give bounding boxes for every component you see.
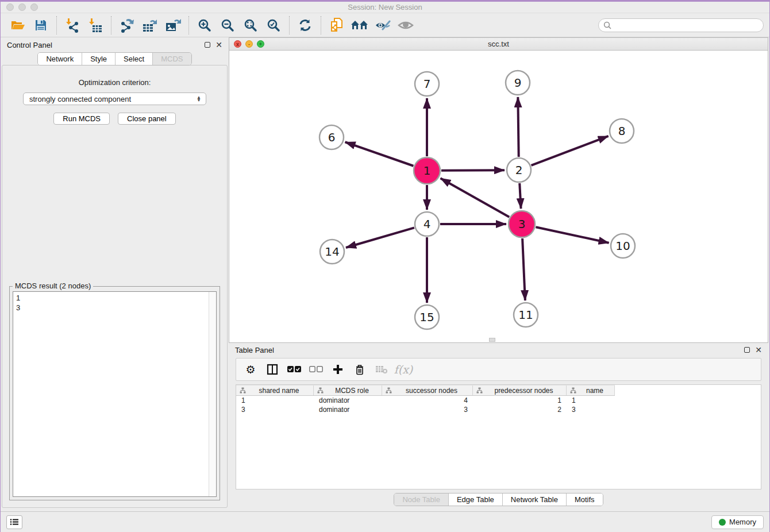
tab-network-table[interactable]: Network Table [503, 494, 567, 506]
window-title: Session: New Session [1, 3, 769, 11]
node-label: 2 [515, 163, 523, 177]
refresh-button[interactable] [294, 16, 317, 35]
network-minimize-button[interactable]: - [245, 40, 253, 48]
tab-network[interactable]: Network [38, 53, 82, 65]
select-all-icon [287, 366, 301, 373]
table-row[interactable]: 1dominator411 [236, 396, 615, 405]
show-hide-panel-button[interactable] [371, 16, 394, 35]
edge-3-1[interactable] [441, 178, 510, 217]
column-selector-icon [267, 364, 278, 375]
tab-select[interactable]: Select [116, 53, 153, 65]
float-panel-icon[interactable] [205, 42, 210, 48]
import-network-button[interactable] [61, 16, 84, 35]
deselect-all-button[interactable] [306, 360, 326, 379]
node-7[interactable]: 7 [415, 72, 439, 96]
edge-1-6[interactable] [345, 142, 414, 166]
network-zoom-button[interactable]: + [257, 40, 264, 48]
network-window-title: scc.txt [229, 40, 768, 48]
close-panel-button[interactable]: Close panel [118, 113, 176, 125]
import-network-icon [65, 18, 80, 33]
zoom-selected-button[interactable] [262, 16, 285, 35]
column-header-shared-name[interactable]: shared name [236, 385, 314, 395]
export-image-icon [165, 18, 181, 33]
memory-label: Memory [729, 518, 756, 526]
clone-network-button[interactable] [325, 16, 348, 35]
delete-column-button[interactable] [350, 360, 369, 379]
table-row[interactable]: 3dominator323 [236, 405, 615, 414]
networks-home-button[interactable] [348, 16, 371, 35]
edge-4-14[interactable] [346, 228, 414, 248]
node-4[interactable]: 4 [415, 212, 439, 236]
run-mcds-button[interactable]: Run MCDS [53, 113, 110, 125]
close-table-panel-icon[interactable]: ✕ [755, 347, 762, 353]
column-selector-button[interactable] [263, 360, 282, 379]
table-cell: 3 [236, 406, 314, 414]
export-image-button[interactable] [161, 16, 184, 35]
node-9[interactable]: 9 [506, 71, 530, 95]
network-canvas[interactable]: 7968124314101511 [229, 51, 768, 342]
column-header-successor-nodes[interactable]: successor nodes [382, 385, 473, 395]
tab-motifs[interactable]: Motifs [567, 494, 603, 506]
edge-2-8[interactable] [532, 136, 609, 165]
node-label: 10 [615, 239, 630, 253]
mcds-panel: Optimization criterion: strongly connect… [2, 65, 228, 508]
preview-eye-button[interactable] [394, 16, 417, 35]
import-table-button[interactable] [84, 16, 107, 35]
node-8[interactable]: 8 [610, 119, 634, 143]
node-2[interactable]: 2 [507, 158, 531, 182]
node-14[interactable]: 14 [320, 240, 344, 264]
zoom-out-button[interactable] [216, 16, 239, 35]
network-close-button[interactable]: x [234, 40, 241, 48]
column-header-MCDS-role[interactable]: MCDS role [314, 385, 382, 395]
mcds-result-text: 13 [13, 292, 209, 496]
refresh-icon [298, 18, 312, 32]
zoom-selected-icon [267, 18, 280, 32]
column-header-name[interactable]: name [567, 385, 615, 395]
node-1[interactable]: 1 [414, 157, 440, 184]
open-session-button[interactable] [6, 16, 29, 35]
tab-style[interactable]: Style [82, 53, 116, 65]
table-settings-button[interactable]: ⚙ [241, 360, 260, 379]
delete-table-icon [375, 365, 388, 374]
zoom-in-button[interactable] [193, 16, 216, 35]
tab-node-table[interactable]: Node Table [394, 494, 449, 506]
save-session-button[interactable] [29, 16, 52, 35]
memory-button[interactable]: Memory [711, 515, 764, 529]
attribute-type-icon [570, 387, 576, 394]
clone-network-icon [329, 17, 344, 33]
main-toolbar [1, 13, 769, 37]
node-15[interactable]: 15 [415, 305, 439, 329]
export-network-button[interactable] [116, 16, 138, 35]
save-disk-icon [34, 19, 47, 32]
edge-1-2[interactable] [441, 170, 505, 171]
export-table-button[interactable] [138, 16, 161, 35]
function-builder-button-disabled[interactable]: f(x) [394, 360, 413, 379]
search-field[interactable] [598, 18, 764, 32]
table-cell: 1 [236, 396, 314, 404]
node-3[interactable]: 3 [509, 211, 535, 237]
column-header-predecessor-nodes[interactable]: predecessor nodes [473, 385, 567, 395]
select-all-button[interactable] [284, 360, 304, 379]
edge-3-10[interactable] [536, 227, 609, 242]
node-10[interactable]: 10 [611, 234, 635, 258]
node-6[interactable]: 6 [319, 125, 344, 149]
add-column-button[interactable] [328, 360, 348, 379]
edge-2-9[interactable] [518, 97, 518, 157]
result-line: 1 [16, 293, 206, 303]
mcds-result-area[interactable]: 13 [13, 291, 217, 497]
edge-2-3[interactable] [519, 183, 521, 209]
edge-3-11[interactable] [522, 238, 525, 300]
delete-table-button-disabled[interactable] [372, 360, 391, 379]
search-input[interactable] [614, 21, 759, 29]
node-11[interactable]: 11 [514, 303, 538, 327]
close-panel-icon[interactable]: ✕ [215, 42, 222, 48]
result-scrollbar[interactable] [209, 292, 216, 496]
node-label: 4 [424, 217, 431, 231]
tab-edge-table[interactable]: Edge Table [449, 494, 503, 506]
task-history-button[interactable] [6, 515, 22, 529]
zoom-fit-button[interactable] [239, 16, 262, 35]
optimization-criterion-select[interactable]: strongly connected component ▲▼ [23, 92, 206, 105]
float-table-panel-icon[interactable] [744, 347, 750, 353]
tab-mcds[interactable]: MCDS [153, 53, 191, 65]
node-label: 3 [518, 217, 526, 231]
